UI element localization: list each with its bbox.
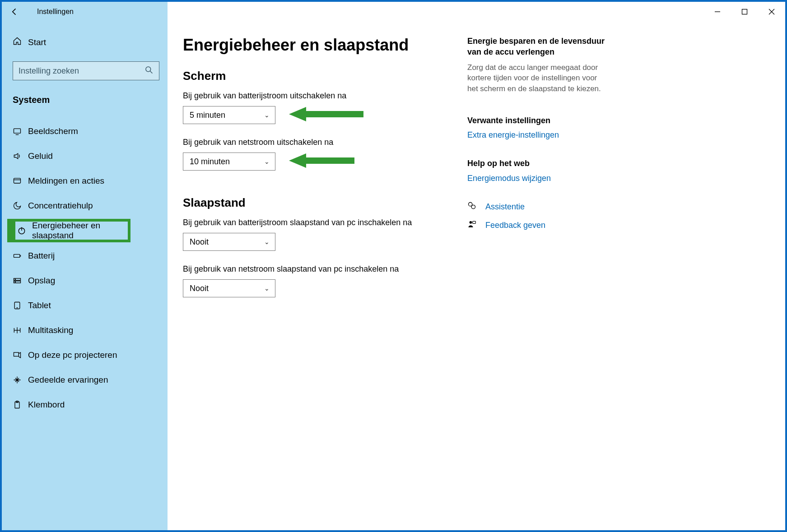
svg-point-30 <box>471 205 475 208</box>
svg-point-16 <box>15 279 15 279</box>
aside-related-title: Verwante instellingen <box>467 115 607 126</box>
annotation-arrow <box>289 106 363 122</box>
svg-line-5 <box>150 71 153 73</box>
sidebar-item-multitask[interactable]: Multitasking <box>2 318 168 342</box>
tablet-icon <box>13 301 28 310</box>
sidebar-item-shared[interactable]: Gedeelde ervaringen <box>2 367 168 392</box>
svg-point-17 <box>15 282 15 282</box>
aside-column: Energie besparen en de levensduur van de… <box>467 36 607 530</box>
clipboard-icon <box>13 400 28 409</box>
sleep-battery-label: Bij gebruik van batterijstroom slaapstan… <box>183 218 454 227</box>
aside-tip-title: Energie besparen en de levensduur van de… <box>467 36 607 58</box>
chevron-down-icon: ⌄ <box>264 111 270 119</box>
section-screen-title: Scherm <box>183 69 454 83</box>
svg-rect-12 <box>14 254 20 257</box>
sidebar-item-label: Batterij <box>28 251 55 261</box>
sidebar-item-label: Energiebeheer en slaapstand <box>32 221 128 241</box>
page-title: Energiebeheer en slaapstand <box>183 36 454 55</box>
screen-plugged-value: 10 minuten <box>190 157 230 167</box>
svg-point-31 <box>470 221 472 223</box>
sidebar-item-label: Gedeelde ervaringen <box>28 375 108 385</box>
sidebar-item-label: Klembord <box>28 400 65 410</box>
titlebar-right <box>168 2 785 21</box>
annotation-arrow <box>289 153 354 169</box>
sidebar-item-label: Tablet <box>28 301 51 310</box>
sidebar-list: Beeldscherm Geluid Meldingen en acties C… <box>2 119 168 417</box>
screen-battery-value: 5 minuten <box>190 111 225 120</box>
chevron-down-icon: ⌄ <box>264 285 270 292</box>
chevron-down-icon: ⌄ <box>264 238 270 245</box>
feedback-row: Feedback geven <box>467 220 607 231</box>
sidebar-item-label: Meldingen en acties <box>28 176 104 186</box>
svg-rect-32 <box>473 221 476 223</box>
back-arrow-icon <box>10 7 19 16</box>
sleep-battery-dropdown[interactable]: Nooit ⌄ <box>183 233 275 251</box>
svg-rect-1 <box>742 9 747 14</box>
sidebar-item-label: Geluid <box>28 151 53 161</box>
display-icon <box>13 127 28 136</box>
sidebar: Start Systeem Beeldscherm Geluid <box>2 21 168 530</box>
link-support[interactable]: Assistentie <box>485 202 525 212</box>
sidebar-item-label: Multitasking <box>28 325 73 335</box>
focus-icon <box>13 201 28 210</box>
minimize-icon <box>714 9 721 15</box>
content: Energiebeheer en slaapstand Scherm Bij g… <box>168 21 785 530</box>
shared-icon <box>13 375 28 384</box>
svg-rect-6 <box>14 129 21 133</box>
sidebar-item-storage[interactable]: Opslag <box>2 268 168 293</box>
sidebar-item-power[interactable]: Energiebeheer en slaapstand <box>7 219 130 242</box>
notifications-icon <box>13 176 28 185</box>
sidebar-item-tablet[interactable]: Tablet <box>2 293 168 318</box>
sleep-battery-value: Nooit <box>190 237 209 247</box>
link-extra-power-settings[interactable]: Extra energie-instellingen <box>467 130 607 140</box>
sidebar-category: Systeem <box>2 90 168 111</box>
link-feedback[interactable]: Feedback geven <box>485 221 545 230</box>
screen-plugged-dropdown[interactable]: 10 minuten ⌄ <box>183 153 275 171</box>
power-icon <box>17 226 30 235</box>
screen-battery-dropdown[interactable]: 5 minuten ⌄ <box>183 106 275 124</box>
back-button[interactable] <box>2 2 27 21</box>
sidebar-item-project[interactable]: Op deze pc projecteren <box>2 342 168 367</box>
close-button[interactable] <box>758 2 785 21</box>
section-sleep-title: Slaapstand <box>183 196 454 210</box>
minimize-button[interactable] <box>704 2 731 21</box>
home-icon <box>13 37 28 48</box>
sidebar-item-battery[interactable]: Batterij <box>2 243 168 268</box>
search-input[interactable] <box>19 66 144 76</box>
sidebar-item-focus[interactable]: Concentratiehulp <box>2 193 168 218</box>
sleep-plugged-value: Nooit <box>190 284 209 293</box>
sleep-plugged-dropdown[interactable]: Nooit ⌄ <box>183 279 275 297</box>
link-change-power-mode[interactable]: Energiemodus wijzigen <box>467 174 607 183</box>
main-column: Energiebeheer en slaapstand Scherm Bij g… <box>183 36 454 530</box>
titlebar: Instellingen <box>2 2 785 21</box>
sound-icon <box>13 152 28 161</box>
svg-rect-8 <box>14 178 21 183</box>
sidebar-item-display[interactable]: Beeldscherm <box>2 119 168 143</box>
app-name: Instellingen <box>27 8 74 16</box>
sidebar-item-label: Opslag <box>28 276 55 286</box>
titlebar-left: Instellingen <box>2 2 168 21</box>
body: Start Systeem Beeldscherm Geluid <box>2 21 785 530</box>
svg-marker-27 <box>289 107 363 121</box>
maximize-icon <box>741 9 748 15</box>
aside-webhelp-title: Help op het web <box>467 158 607 169</box>
feedback-icon <box>467 220 477 231</box>
maximize-button[interactable] <box>731 2 758 21</box>
sidebar-item-label: Op deze pc projecteren <box>28 350 117 360</box>
sleep-plugged-label: Bij gebruik van netstroom slaapstand van… <box>183 264 454 274</box>
screen-battery-label: Bij gebruik van batterijstroom uitschake… <box>183 91 454 101</box>
multitask-icon <box>13 326 28 335</box>
project-icon <box>13 351 28 360</box>
home-button[interactable]: Start <box>2 31 168 53</box>
chevron-down-icon: ⌄ <box>264 158 270 165</box>
settings-window: Instellingen Start <box>0 0 787 532</box>
support-row: Assistentie <box>467 201 607 213</box>
sidebar-item-sound[interactable]: Geluid <box>2 143 168 168</box>
sidebar-item-clipboard[interactable]: Klembord <box>2 392 168 417</box>
support-icon <box>467 201 477 213</box>
svg-point-4 <box>146 66 151 71</box>
svg-marker-28 <box>289 153 354 168</box>
sidebar-item-notifications[interactable]: Meldingen en acties <box>2 168 168 193</box>
search-box[interactable] <box>13 61 159 80</box>
sidebar-item-label: Beeldscherm <box>28 126 78 136</box>
